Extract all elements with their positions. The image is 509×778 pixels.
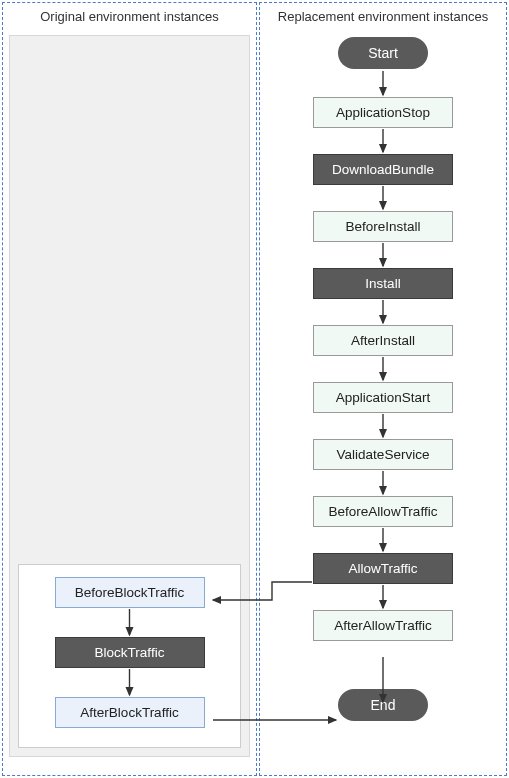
node-block-traffic: BlockTraffic: [55, 637, 205, 668]
block-traffic-group: BeforeBlockTraffic BlockTraffic AfterBlo…: [18, 564, 241, 748]
node-allow-traffic: AllowTraffic: [313, 553, 453, 584]
node-after-allow-traffic: AfterAllowTraffic: [313, 610, 453, 641]
original-env-title: Original environment instances: [3, 3, 256, 33]
node-validate-service: ValidateService: [313, 439, 453, 470]
replacement-env-lane: Replacement environment instances Start …: [259, 2, 507, 776]
node-application-stop: ApplicationStop: [313, 97, 453, 128]
node-before-allow-traffic: BeforeAllowTraffic: [313, 496, 453, 527]
original-env-body: BeforeBlockTraffic BlockTraffic AfterBlo…: [9, 35, 250, 757]
node-download-bundle: DownloadBundle: [313, 154, 453, 185]
node-start: Start: [338, 37, 428, 69]
node-end: End: [338, 689, 428, 721]
node-after-install: AfterInstall: [313, 325, 453, 356]
replacement-env-title: Replacement environment instances: [260, 3, 506, 33]
original-env-lane: Original environment instances BeforeBlo…: [2, 2, 257, 776]
node-after-block-traffic: AfterBlockTraffic: [55, 697, 205, 728]
node-application-start: ApplicationStart: [313, 382, 453, 413]
node-install: Install: [313, 268, 453, 299]
replacement-flow: Start ApplicationStop DownloadBundle Bef…: [260, 37, 506, 757]
node-before-install: BeforeInstall: [313, 211, 453, 242]
node-before-block-traffic: BeforeBlockTraffic: [55, 577, 205, 608]
